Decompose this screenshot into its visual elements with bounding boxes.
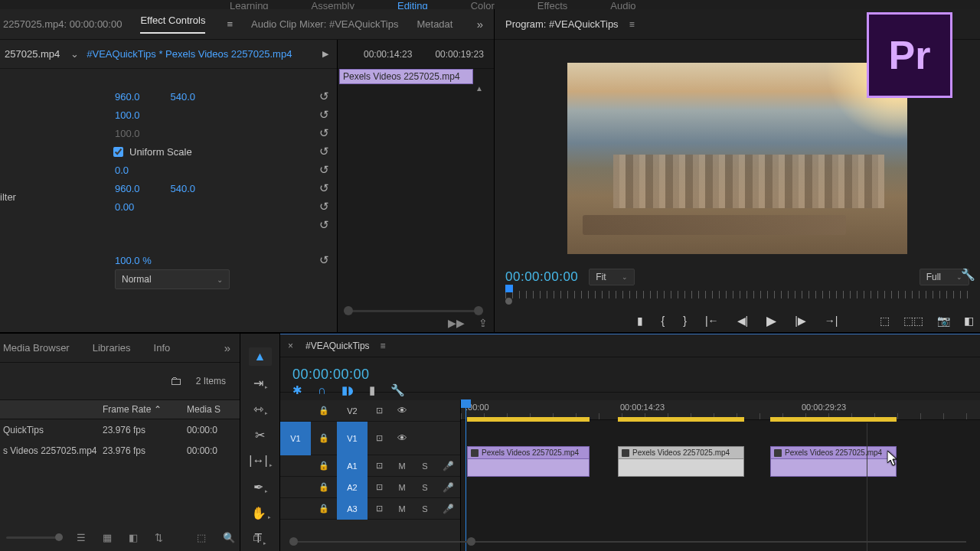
overflow-icon[interactable]: »: [224, 341, 230, 354]
a1-target[interactable]: A1: [337, 455, 368, 477]
reset-icon[interactable]: ↺: [319, 163, 329, 177]
step-back-icon[interactable]: ◀|: [737, 315, 749, 327]
loop-icon[interactable]: ▶▶: [448, 317, 465, 329]
icon-view-icon[interactable]: ▦: [103, 532, 112, 543]
reset-icon[interactable]: ↺: [319, 145, 329, 158]
project-item[interactable]: QuickTips 23.976 fps 00:00:0: [0, 419, 240, 440]
timeline-zoom-right-handle[interactable]: [467, 537, 475, 546]
freeform-view-icon[interactable]: ◧: [129, 532, 138, 543]
play-icon[interactable]: ▶: [766, 313, 776, 329]
rotation-row[interactable]: 0.0 ↺: [0, 161, 337, 179]
toggle-output-icon[interactable]: 👁: [390, 428, 413, 449]
position-row[interactable]: 960.0540.0 ↺: [0, 87, 337, 106]
timeline-clip[interactable]: Pexels Videos 2257025.mp4: [770, 446, 897, 477]
anti-flicker-row[interactable]: 0.00 ↺: [0, 197, 337, 216]
voiceover-icon[interactable]: 🎤: [436, 477, 459, 498]
sync-lock-icon[interactable]: ⊡: [368, 400, 390, 422]
reset-icon[interactable]: ↺: [319, 200, 329, 214]
step-forward-icon[interactable]: |▶: [795, 315, 806, 327]
blend-mode-select[interactable]: Normal⌄: [115, 269, 230, 289]
a2-target[interactable]: A2: [337, 477, 368, 498]
a3-target[interactable]: A3: [337, 498, 368, 520]
work-area-bar[interactable]: [618, 417, 744, 422]
uniform-scale-checkbox[interactable]: [113, 147, 123, 157]
ripple-edit-tool[interactable]: ⇿▸: [249, 399, 272, 418]
overflow-icon[interactable]: »: [477, 18, 483, 31]
linked-selection-icon[interactable]: ∩: [318, 383, 326, 397]
mark-out-icon[interactable]: }: [683, 315, 687, 327]
razor-tool[interactable]: ✂: [249, 425, 272, 444]
effect-controls-tab[interactable]: Effect Controls: [140, 15, 205, 34]
panel-menu-icon[interactable]: ≡: [227, 18, 233, 30]
export-frame-icon[interactable]: 📷: [937, 315, 950, 327]
reset-icon[interactable]: ↺: [319, 126, 329, 140]
lock-icon[interactable]: 🔒: [311, 428, 337, 449]
hand-tool[interactable]: ✋▸: [249, 504, 272, 522]
export-icon[interactable]: ⇪: [479, 317, 488, 329]
lift-icon[interactable]: ⬚: [880, 315, 890, 327]
lock-icon[interactable]: 🔒: [311, 498, 337, 520]
timeline-clip-selected[interactable]: Pexels Videos 2257025.mp4: [618, 446, 744, 477]
mark-in-icon[interactable]: {: [662, 315, 665, 327]
lock-icon[interactable]: 🔒: [311, 477, 337, 498]
work-area-bar[interactable]: [770, 417, 897, 422]
marker-icon[interactable]: ▮◗: [341, 383, 354, 397]
mute-button[interactable]: M: [390, 477, 413, 498]
program-timecode[interactable]: 00:00:00:00: [505, 269, 578, 285]
sequence-clip-link[interactable]: #VEAQuickTips * Pexels Videos 2257025.mp…: [87, 48, 292, 60]
reset-icon[interactable]: ↺: [319, 253, 329, 267]
dropdown-icon[interactable]: ⌄: [70, 48, 79, 60]
track-select-tool[interactable]: ⇥▸: [249, 373, 272, 392]
auto-seq-icon[interactable]: ⬚: [197, 532, 206, 543]
v1-target[interactable]: V1: [337, 422, 368, 455]
solo-button[interactable]: S: [413, 498, 436, 520]
sequence-tab[interactable]: #VEAQuickTips: [305, 341, 370, 351]
metadata-tab[interactable]: Metadat: [416, 18, 452, 30]
go-to-out-icon[interactable]: →|: [825, 315, 838, 327]
pen-tool[interactable]: ✒▸: [249, 478, 272, 496]
selection-tool[interactable]: ▲: [249, 347, 272, 366]
comparison-icon[interactable]: ◧: [964, 315, 974, 327]
v2-target[interactable]: V2: [337, 400, 368, 422]
project-columns-header[interactable]: Frame Rate ⌃ Media S: [0, 399, 240, 419]
sort-icon[interactable]: ⇅: [155, 532, 163, 543]
playhead[interactable]: [466, 400, 466, 551]
sync-lock-icon[interactable]: ⊡: [368, 428, 390, 449]
search-icon[interactable]: 🔍: [223, 532, 235, 543]
libraries-tab[interactable]: Libraries: [93, 342, 131, 354]
sort-asc-icon[interactable]: ⌃: [154, 404, 162, 415]
solo-button[interactable]: S: [413, 477, 436, 498]
opacity-row[interactable]: 100.0 % ↺: [0, 251, 337, 269]
v1-source-patch[interactable]: V1: [280, 422, 311, 455]
program-scrub-bar[interactable]: [505, 289, 969, 305]
add-marker-icon[interactable]: ▮: [637, 315, 643, 327]
scale-row[interactable]: 100.0 ↺: [0, 106, 337, 124]
program-video-preview[interactable]: [567, 63, 907, 254]
project-item[interactable]: s Videos 2257025.mp4 23.976 fps 00:00:0: [0, 440, 240, 461]
reset-icon[interactable]: ↺: [319, 181, 329, 195]
media-browser-tab[interactable]: Media Browser: [3, 342, 70, 354]
info-tab[interactable]: Info: [154, 342, 171, 354]
voiceover-icon[interactable]: 🎤: [436, 498, 459, 520]
uniform-scale-row[interactable]: Uniform Scale ↺: [0, 142, 337, 161]
add-marker-icon[interactable]: ▮: [369, 383, 375, 397]
sync-lock-icon[interactable]: ⊡: [368, 477, 390, 498]
sync-lock-icon[interactable]: ⊡: [368, 455, 390, 477]
audio-clip-mixer-tab[interactable]: Audio Clip Mixer: #VEAQuickTips: [251, 18, 398, 30]
timeline-settings-icon[interactable]: 🔧: [390, 383, 405, 397]
ec-scroll-left-handle[interactable]: [344, 306, 353, 315]
reset-icon[interactable]: ↺: [319, 218, 329, 232]
close-sequence-icon[interactable]: ×: [288, 341, 293, 351]
master-clip-label[interactable]: 257025.mp4: [5, 48, 60, 60]
lock-icon[interactable]: 🔒: [311, 455, 337, 477]
toggle-output-icon[interactable]: 👁: [390, 400, 413, 422]
go-to-in-icon[interactable]: |←: [705, 315, 719, 327]
anchor-row[interactable]: 960.0540.0 ↺: [0, 179, 337, 197]
reset-icon[interactable]: ↺: [319, 108, 329, 122]
program-tab[interactable]: Program: #VEAQuickTips: [505, 18, 619, 30]
settings-wrench-icon[interactable]: 🔧: [961, 268, 975, 282]
timeline-zoom-left-handle[interactable]: [289, 537, 298, 546]
mute-button[interactable]: M: [390, 455, 413, 477]
thumbnail-size-slider[interactable]: [6, 536, 60, 539]
new-bin-icon[interactable]: 🗀: [252, 532, 262, 543]
